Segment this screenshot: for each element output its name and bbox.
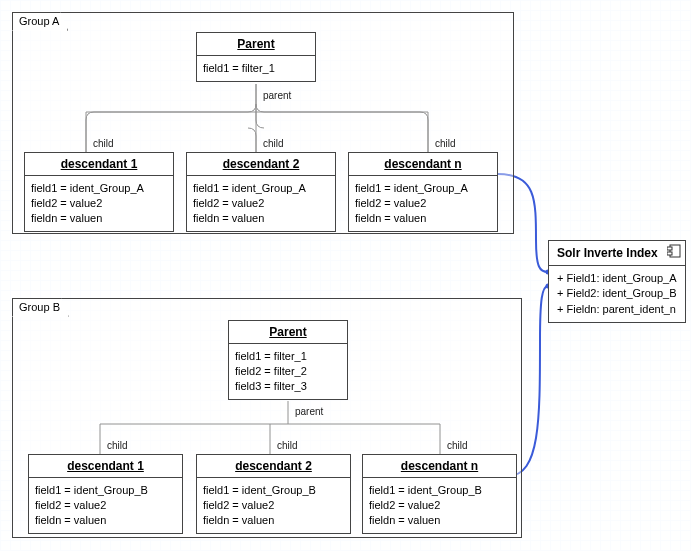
edge-label-child-b1: child	[106, 440, 129, 451]
solr-title: Solr Inverte Index	[557, 246, 658, 260]
group-a-desc3: descendant n field1 = ident_Group_A fiel…	[348, 152, 498, 232]
group-b-desc2: descendant 2 field1 = ident_Group_B fiel…	[196, 454, 351, 534]
group-b-desc2-fields: field1 = ident_Group_B field2 = value2 f…	[197, 478, 350, 533]
group-a-desc1: descendant 1 field1 = ident_Group_A fiel…	[24, 152, 174, 232]
solr-entries: + Field1: ident_Group_A + Field2: ident_…	[549, 266, 685, 322]
svg-rect-3	[667, 247, 672, 250]
group-b-desc2-title: descendant 2	[197, 455, 350, 478]
group-a-desc1-title: descendant 1	[25, 153, 173, 176]
edge-label-child-a1: child	[92, 138, 115, 149]
edge-label-parent-b: parent	[294, 406, 324, 417]
solr-index-node: Solr Inverte Index + Field1: ident_Group…	[548, 240, 686, 323]
group-b-title: Group B	[12, 298, 69, 317]
group-b-desc3: descendant n field1 = ident_Group_B fiel…	[362, 454, 517, 534]
edge-label-child-b3: child	[446, 440, 469, 451]
group-b-desc1-title: descendant 1	[29, 455, 182, 478]
group-a-parent-title: Parent	[197, 33, 315, 56]
group-b-parent-fields: field1 = filter_1 field2 = filter_2 fiel…	[229, 344, 347, 399]
group-a-desc3-title: descendant n	[349, 153, 497, 176]
svg-rect-4	[667, 252, 672, 255]
group-a-desc2-fields: field1 = ident_Group_A field2 = value2 f…	[187, 176, 335, 231]
group-a-parent-node: Parent field1 = filter_1	[196, 32, 316, 82]
group-a-parent-fields: field1 = filter_1	[197, 56, 315, 81]
edge-label-child-a2: child	[262, 138, 285, 149]
edge-label-parent-a: parent	[262, 90, 292, 101]
component-icon	[667, 244, 681, 258]
group-b-desc1-fields: field1 = ident_Group_B field2 = value2 f…	[29, 478, 182, 533]
group-b-desc3-title: descendant n	[363, 455, 516, 478]
group-b-parent-node: Parent field1 = filter_1 field2 = filter…	[228, 320, 348, 400]
group-a-desc2: descendant 2 field1 = ident_Group_A fiel…	[186, 152, 336, 232]
group-a-desc2-title: descendant 2	[187, 153, 335, 176]
group-a-title: Group A	[12, 12, 68, 31]
edge-label-child-a3: child	[434, 138, 457, 149]
group-b-desc1: descendant 1 field1 = ident_Group_B fiel…	[28, 454, 183, 534]
edge-label-child-b2: child	[276, 440, 299, 451]
group-b-desc3-fields: field1 = ident_Group_B field2 = value2 f…	[363, 478, 516, 533]
group-a-desc3-fields: field1 = ident_Group_A field2 = value2 f…	[349, 176, 497, 231]
group-b-parent-title: Parent	[229, 321, 347, 344]
group-a-desc1-fields: field1 = ident_Group_A field2 = value2 f…	[25, 176, 173, 231]
